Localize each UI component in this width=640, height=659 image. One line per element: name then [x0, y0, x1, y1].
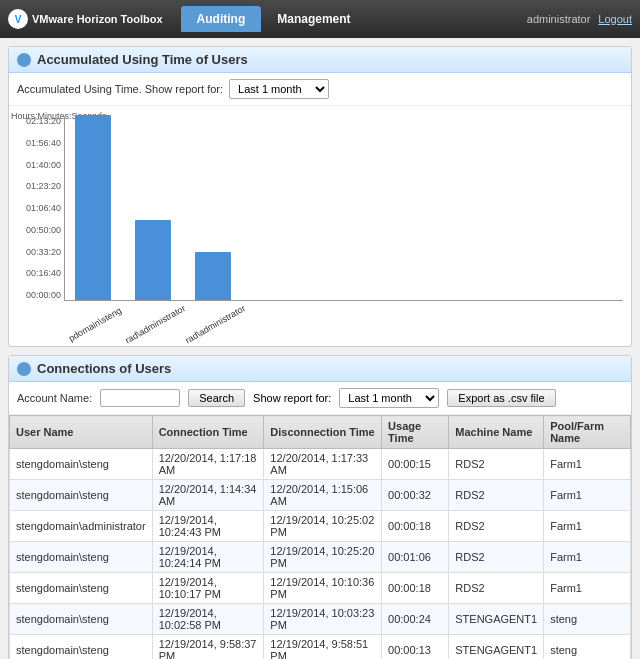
- connections-panel-title: Connections of Users: [37, 361, 171, 376]
- table-cell: 12/19/2014, 10:24:14 PM: [152, 542, 264, 573]
- table-cell: 12/19/2014, 10:03:23 PM: [264, 604, 382, 635]
- connections-controls: Account Name: Search Show report for: La…: [9, 382, 631, 415]
- table-cell: Farm1: [544, 542, 631, 573]
- account-label: Account Name:: [17, 392, 92, 404]
- bar-fill-1: [135, 220, 171, 300]
- y-tick-0: 02:13:20: [13, 116, 61, 126]
- table-cell: 00:00:24: [382, 604, 449, 635]
- bar-1: rad\administrator: [135, 220, 171, 300]
- y-tick-3: 01:23:20: [13, 181, 61, 191]
- header-user-area: administrator Logout: [527, 13, 632, 25]
- col-disconnection-time: Disconnection Time: [264, 416, 382, 449]
- table-cell: Farm1: [544, 573, 631, 604]
- table-cell: stengdomain\steng: [10, 542, 153, 573]
- bar-2: rad\administrator: [195, 252, 231, 300]
- table-cell: 00:00:18: [382, 511, 449, 542]
- table-cell: steng: [544, 604, 631, 635]
- table-cell: STENGAGENT1: [449, 635, 544, 660]
- chart-report-select[interactable]: Last 1 month Last 3 months Last 6 months…: [229, 79, 329, 99]
- table-row: stengdomain\steng12/19/2014, 10:02:58 PM…: [10, 604, 631, 635]
- chart-panel: Accumulated Using Time of Users Accumula…: [8, 46, 632, 347]
- table-cell: 12/19/2014, 10:10:36 PM: [264, 573, 382, 604]
- table-cell: 00:00:18: [382, 573, 449, 604]
- connections-table: User Name Connection Time Disconnection …: [9, 415, 631, 659]
- y-tick-7: 00:16:40: [13, 268, 61, 278]
- app-header: V VMware Horizon Toolbox Auditing Manage…: [0, 0, 640, 38]
- table-cell: RDS2: [449, 449, 544, 480]
- bar-label-0: pdomain\steng: [67, 305, 123, 343]
- table-cell: RDS2: [449, 511, 544, 542]
- export-button[interactable]: Export as .csv file: [447, 389, 555, 407]
- table-cell: stengdomain\steng: [10, 449, 153, 480]
- col-username: User Name: [10, 416, 153, 449]
- table-cell: 00:00:32: [382, 480, 449, 511]
- username-label: administrator: [527, 13, 591, 25]
- table-cell: 12/19/2014, 10:25:20 PM: [264, 542, 382, 573]
- chart-inner: 02:13:20 01:56:40 01:40:00 01:23:20 01:0…: [64, 116, 623, 301]
- nav-tabs: Auditing Management: [181, 6, 367, 32]
- vmware-icon: V: [8, 9, 28, 29]
- table-cell: Farm1: [544, 480, 631, 511]
- y-tick-1: 01:56:40: [13, 138, 61, 148]
- table-header: User Name Connection Time Disconnection …: [10, 416, 631, 449]
- y-tick-5: 00:50:00: [13, 225, 61, 235]
- chart-panel-title: Accumulated Using Time of Users: [37, 52, 248, 67]
- table-cell: 12/19/2014, 9:58:37 PM: [152, 635, 264, 660]
- search-button[interactable]: Search: [188, 389, 245, 407]
- tab-management[interactable]: Management: [261, 6, 366, 32]
- y-tick-4: 01:06:40: [13, 203, 61, 213]
- table-body: stengdomain\steng12/20/2014, 1:17:18 AM1…: [10, 449, 631, 660]
- table-cell: 12/20/2014, 1:15:06 AM: [264, 480, 382, 511]
- table-cell: STENGAGENT1: [449, 604, 544, 635]
- table-cell: Farm1: [544, 511, 631, 542]
- app-logo: V VMware Horizon Toolbox: [8, 9, 163, 29]
- table-row: stengdomain\steng12/19/2014, 10:24:14 PM…: [10, 542, 631, 573]
- logo-text: VMware Horizon Toolbox: [32, 13, 163, 25]
- account-input[interactable]: [100, 389, 180, 407]
- table-cell: RDS2: [449, 573, 544, 604]
- col-machine-name: Machine Name: [449, 416, 544, 449]
- connections-panel-icon: [17, 362, 31, 376]
- chart-controls-label: Accumulated Using Time. Show report for:: [17, 83, 223, 95]
- table-cell: 12/20/2014, 1:17:33 AM: [264, 449, 382, 480]
- col-connection-time: Connection Time: [152, 416, 264, 449]
- tab-auditing[interactable]: Auditing: [181, 6, 262, 32]
- table-cell: stengdomain\steng: [10, 480, 153, 511]
- table-cell: 00:00:13: [382, 635, 449, 660]
- y-tick-8: 00:00:00: [13, 290, 61, 300]
- table-cell: 12/19/2014, 10:02:58 PM: [152, 604, 264, 635]
- chart-controls: Accumulated Using Time. Show report for:…: [9, 73, 631, 106]
- connections-report-select[interactable]: Last 1 month Last 3 months: [339, 388, 439, 408]
- table-cell: 12/19/2014, 10:10:17 PM: [152, 573, 264, 604]
- logout-button[interactable]: Logout: [598, 13, 632, 25]
- table-cell: 12/20/2014, 1:17:18 AM: [152, 449, 264, 480]
- table-cell: stengdomain\steng: [10, 604, 153, 635]
- table-cell: stengdomain\steng: [10, 573, 153, 604]
- table-cell: RDS2: [449, 542, 544, 573]
- bar-label-2: rad\administrator: [184, 303, 247, 345]
- table-cell: 12/19/2014, 10:25:02 PM: [264, 511, 382, 542]
- table-row: stengdomain\steng12/20/2014, 1:17:18 AM1…: [10, 449, 631, 480]
- table-cell: steng: [544, 635, 631, 660]
- table-row: stengdomain\steng12/19/2014, 9:58:37 PM1…: [10, 635, 631, 660]
- table-cell: 00:01:06: [382, 542, 449, 573]
- table-cell: 00:00:15: [382, 449, 449, 480]
- main-content: Accumulated Using Time of Users Accumula…: [0, 38, 640, 659]
- table-cell: stengdomain\administrator: [10, 511, 153, 542]
- y-axis-ticks: 02:13:20 01:56:40 01:40:00 01:23:20 01:0…: [13, 116, 61, 300]
- table-row: stengdomain\steng12/20/2014, 1:14:34 AM1…: [10, 480, 631, 511]
- table-cell: 12/20/2014, 1:14:34 AM: [152, 480, 264, 511]
- chart-panel-header: Accumulated Using Time of Users: [9, 47, 631, 73]
- connections-panel: Connections of Users Account Name: Searc…: [8, 355, 632, 659]
- bar-fill-2: [195, 252, 231, 300]
- col-usage-time: Usage Time: [382, 416, 449, 449]
- col-pool-farm: Pool/Farm Name: [544, 416, 631, 449]
- bar-fill-0: [75, 115, 111, 300]
- bar-label-1: rad\administrator: [124, 303, 187, 345]
- connections-panel-header: Connections of Users: [9, 356, 631, 382]
- y-tick-2: 01:40:00: [13, 160, 61, 170]
- chart-area: Hours:Minutes:Seconds 02:13:20 01:56:40 …: [9, 106, 631, 346]
- chart-panel-icon: [17, 53, 31, 67]
- table-cell: Farm1: [544, 449, 631, 480]
- bar-0: pdomain\steng: [75, 115, 111, 300]
